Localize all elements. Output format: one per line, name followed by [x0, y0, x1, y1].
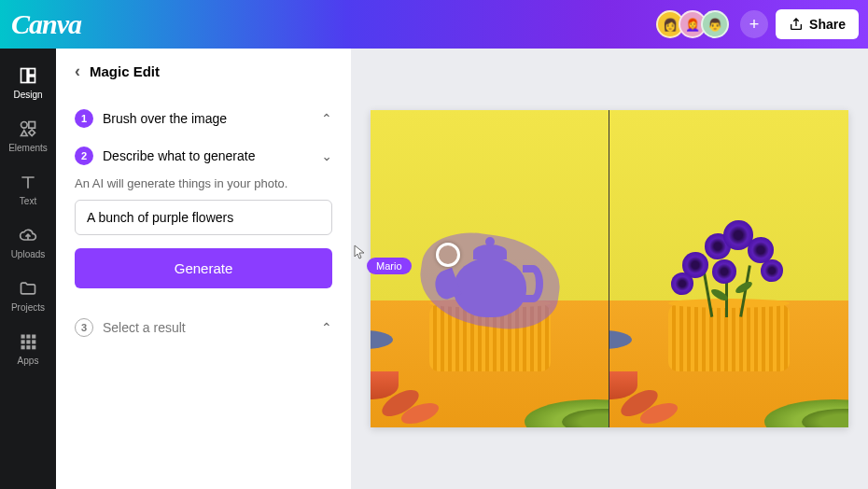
- canvas[interactable]: [371, 110, 848, 427]
- svg-rect-0: [21, 69, 28, 83]
- main: Design Elements Text Uploads Projects Ap…: [0, 49, 868, 489]
- share-icon: [789, 17, 804, 32]
- step-description: An AI will generate things in your photo…: [75, 176, 332, 190]
- nav-label: Text: [20, 196, 36, 206]
- nav-label: Apps: [18, 356, 39, 366]
- nav-label: Elements: [8, 143, 48, 153]
- step-label: Brush over the image: [103, 111, 312, 126]
- generate-label: Generate: [175, 260, 233, 276]
- svg-rect-4: [29, 122, 35, 129]
- topbar: Canva 👩 👩‍🦰 👨 + Share: [0, 0, 868, 49]
- nav-item-elements[interactable]: Elements: [0, 111, 56, 161]
- canvas-image-before[interactable]: [371, 110, 609, 427]
- svg-rect-6: [26, 335, 30, 339]
- svg-rect-10: [32, 340, 35, 343]
- text-icon: [18, 172, 38, 192]
- step-label: Describe what to generate: [103, 148, 312, 163]
- step-number-badge: 2: [75, 147, 93, 165]
- svg-rect-8: [21, 340, 25, 343]
- left-nav: Design Elements Text Uploads Projects Ap…: [0, 49, 56, 489]
- svg-point-3: [21, 122, 28, 129]
- nav-item-apps[interactable]: Apps: [0, 324, 56, 373]
- avatar[interactable]: 👨: [701, 10, 729, 38]
- step-brush[interactable]: 1 Brush over the image ⌃: [75, 100, 332, 137]
- prompt-input[interactable]: [75, 200, 332, 235]
- magic-edit-panel: ‹ Magic Edit 1 Brush over the image ⌃ 2 …: [56, 49, 351, 489]
- brush-cursor-icon: [436, 243, 460, 267]
- svg-rect-7: [32, 335, 35, 339]
- canva-logo[interactable]: Canva: [11, 8, 81, 40]
- add-collaborator-button[interactable]: +: [740, 10, 768, 38]
- panel-title: Magic Edit: [90, 63, 160, 79]
- canvas-image-after[interactable]: [609, 110, 848, 427]
- shapes-icon: [18, 119, 38, 139]
- step-number-badge: 1: [75, 109, 93, 128]
- nav-label: Design: [13, 90, 42, 100]
- chevron-left-icon: ‹: [75, 62, 80, 81]
- svg-rect-5: [21, 335, 25, 339]
- svg-rect-9: [26, 340, 30, 343]
- nav-item-projects[interactable]: Projects: [0, 271, 56, 320]
- cloud-upload-icon: [18, 225, 38, 245]
- share-label: Share: [809, 17, 846, 32]
- share-button[interactable]: Share: [776, 9, 859, 39]
- canvas-area[interactable]: [351, 49, 868, 489]
- chevron-down-icon: ⌃: [321, 148, 332, 163]
- nav-label: Projects: [11, 302, 45, 313]
- chevron-up-icon: ⌃: [321, 111, 332, 126]
- step-select-result[interactable]: 3 Select a result ⌃: [75, 309, 332, 346]
- svg-rect-11: [21, 345, 25, 349]
- svg-rect-13: [32, 345, 35, 349]
- collaborator-avatars: 👩 👩‍🦰 👨: [662, 10, 729, 38]
- layout-icon: [18, 65, 38, 86]
- svg-rect-2: [29, 77, 35, 83]
- svg-rect-12: [26, 345, 30, 349]
- nav-item-design[interactable]: Design: [0, 58, 56, 107]
- topbar-right: 👩 👩‍🦰 👨 + Share: [662, 9, 859, 39]
- chevron-up-icon: ⌃: [321, 320, 332, 335]
- panel-back-button[interactable]: ‹ Magic Edit: [75, 62, 332, 81]
- nav-item-uploads[interactable]: Uploads: [0, 217, 56, 267]
- folder-icon: [18, 278, 38, 299]
- step-number-badge: 3: [75, 318, 93, 337]
- generate-button[interactable]: Generate: [75, 248, 332, 288]
- svg-rect-1: [29, 69, 35, 76]
- nav-label: Uploads: [11, 249, 46, 259]
- step-describe[interactable]: 2 Describe what to generate ⌃: [75, 137, 332, 175]
- nav-item-text[interactable]: Text: [0, 164, 56, 214]
- step-label: Select a result: [103, 320, 312, 335]
- grid-icon: [18, 331, 38, 352]
